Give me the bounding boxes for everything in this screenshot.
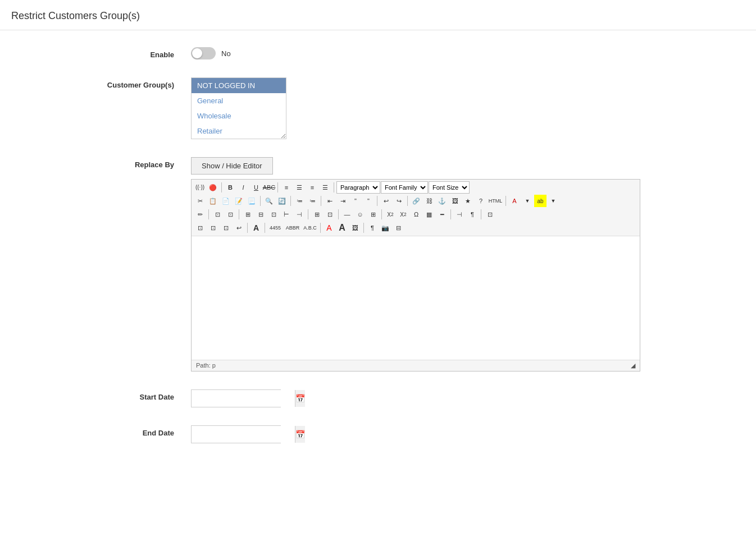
- toolbar-extras1[interactable]: ⊡: [194, 222, 206, 234]
- list-item[interactable]: Wholesale: [192, 108, 286, 123]
- toolbar-blockquote[interactable]: ": [349, 195, 362, 207]
- toolbar-paste[interactable]: 📄: [220, 195, 232, 207]
- toolbar-replace[interactable]: 🔄: [276, 195, 288, 207]
- enable-toggle[interactable]: [191, 47, 216, 59]
- toolbar-table3[interactable]: ⊞: [367, 208, 379, 221]
- toolbar-underline[interactable]: U: [250, 181, 262, 194]
- toolbar-italic[interactable]: I: [237, 181, 249, 194]
- toolbar-font-family-select[interactable]: Font Family: [381, 181, 428, 194]
- toolbar-ol[interactable]: ≔: [306, 195, 318, 207]
- toolbar-blockquote2[interactable]: ": [362, 195, 375, 207]
- toolbar-ul[interactable]: ≔: [293, 195, 306, 207]
- toolbar-sub[interactable]: X2: [384, 208, 397, 221]
- replace-by-label: Replace By: [22, 157, 191, 169]
- toolbar-align-center[interactable]: ☰: [293, 181, 306, 194]
- toolbar-tpl2[interactable]: ⊟: [254, 208, 267, 221]
- toolbar-highlight-arrow[interactable]: ▼: [547, 195, 559, 207]
- toolbar-line[interactable]: ━: [436, 208, 448, 221]
- customer-groups-row: Customer Group(s) NOT LOGGED IN General …: [22, 77, 734, 139]
- customer-groups-list[interactable]: NOT LOGGED IN General Wholesale Retailer: [191, 77, 286, 139]
- toolbar-html[interactable]: HTML: [488, 195, 503, 207]
- page-title: Restrict Customers Group(s): [0, 0, 756, 30]
- toolbar-cut[interactable]: ✂: [194, 195, 206, 207]
- toolbar-show-blocks[interactable]: ¶: [466, 208, 479, 221]
- list-item[interactable]: Retailer: [192, 123, 286, 139]
- toggle-knob: [192, 48, 202, 58]
- end-date-row: End Date 📅: [22, 425, 734, 443]
- end-date-calendar-btn[interactable]: 📅: [295, 426, 305, 443]
- toolbar-font-color[interactable]: A: [508, 195, 521, 207]
- toolbar-resize1[interactable]: ⊡: [211, 208, 224, 221]
- toolbar-resize2[interactable]: ⊡: [224, 208, 236, 221]
- toolbar-extras3[interactable]: ⊡: [220, 222, 232, 234]
- toolbar-separator: [481, 209, 481, 219]
- toolbar-align-justify[interactable]: ☰: [319, 181, 331, 194]
- toolbar-outdent[interactable]: ⇤: [324, 195, 336, 207]
- toolbar-table[interactable]: ⊞: [311, 208, 323, 221]
- toolbar-undo[interactable]: ↩: [380, 195, 392, 207]
- toolbar-bold[interactable]: B: [224, 181, 236, 194]
- editor-body[interactable]: [192, 236, 640, 360]
- toolbar-tpl4[interactable]: ⊢: [280, 208, 293, 221]
- toolbar-media[interactable]: ▦: [423, 208, 435, 221]
- toolbar-abbr[interactable]: ABBR: [284, 222, 302, 234]
- toolbar-maximize[interactable]: ⊡: [484, 208, 496, 221]
- toolbar-align-right[interactable]: ≡: [306, 181, 318, 194]
- toolbar-row-4: ⊡ ⊡ ⊡ ↩ A 4455 ABBR A.B.C A A 🖼: [194, 222, 637, 234]
- toolbar-row-3: ✏ ⊡ ⊡ ⊞ ⊟ ⊡ ⊢ ⊣ ⊞ ⊡ —: [194, 208, 637, 221]
- toolbar-redo[interactable]: ↪: [393, 195, 405, 207]
- editor-statusbar: Path: p ◢: [192, 360, 640, 371]
- toolbar-sup[interactable]: X2: [397, 208, 409, 221]
- toolbar-font-size-select[interactable]: Font Size 8pt 10pt 12pt 14pt: [429, 181, 470, 194]
- toolbar-unlink[interactable]: ⛓: [423, 195, 435, 207]
- toolbar-row-2: ✂ 📋 📄 📝 📃 🔍 🔄 ≔ ≔ ⇤ ⇥ ": [194, 195, 637, 207]
- toolbar-indent[interactable]: ⇥: [336, 195, 349, 207]
- toolbar-tpl1[interactable]: ⊞: [242, 208, 254, 221]
- toolbar-image2[interactable]: 🖼: [349, 222, 361, 234]
- toolbar-paragraph-select[interactable]: Paragraph Heading 1 Heading 2 Heading 3: [336, 181, 380, 194]
- toolbar-smiley[interactable]: ☺: [354, 208, 366, 221]
- toolbar-link[interactable]: 🔗: [410, 195, 422, 207]
- toolbar-frame[interactable]: ⊟: [392, 222, 404, 234]
- show-hide-editor-button[interactable]: Show / Hide Editor: [191, 157, 273, 175]
- start-date-calendar-btn[interactable]: 📅: [295, 390, 305, 407]
- toolbar-separator: [320, 223, 321, 233]
- editor-resize-handle[interactable]: ◢: [631, 362, 635, 369]
- toolbar-radio-btn[interactable]: ((·)): [194, 181, 206, 194]
- toolbar-para[interactable]: ¶: [366, 222, 379, 234]
- toolbar-hr[interactable]: —: [341, 208, 353, 221]
- toolbar-find[interactable]: 🔍: [263, 195, 275, 207]
- toolbar-strikethrough[interactable]: ABC: [263, 181, 275, 194]
- toolbar-font-size-up[interactable]: A: [250, 222, 262, 234]
- toolbar-table2[interactable]: ⊡: [324, 208, 336, 221]
- toolbar-flash[interactable]: ★: [462, 195, 474, 207]
- calendar-icon: 📅: [295, 430, 305, 439]
- toolbar-help[interactable]: ?: [475, 195, 487, 207]
- toolbar-anchor[interactable]: ⚓: [436, 195, 448, 207]
- toolbar-extras4[interactable]: ↩: [233, 222, 245, 234]
- toolbar-counter[interactable]: 4455: [267, 222, 283, 234]
- toolbar-copy[interactable]: 📋: [207, 195, 219, 207]
- toolbar-magic-btn[interactable]: 🔴: [207, 181, 219, 194]
- toolbar-special-chars[interactable]: Ω: [410, 208, 422, 221]
- toolbar-photo[interactable]: 📷: [379, 222, 391, 234]
- toolbar-align-left[interactable]: ≡: [280, 181, 293, 194]
- toolbar-abc[interactable]: A.B.C: [302, 222, 318, 234]
- toolbar-image[interactable]: 🖼: [449, 195, 461, 207]
- end-date-input[interactable]: [192, 426, 295, 443]
- toolbar-tpl5[interactable]: ⊣: [293, 208, 306, 221]
- list-item[interactable]: NOT LOGGED IN: [192, 78, 286, 93]
- list-item[interactable]: General: [192, 93, 286, 108]
- toolbar-tpl3[interactable]: ⊡: [267, 208, 280, 221]
- start-date-input[interactable]: [192, 390, 295, 407]
- toolbar-paste-text[interactable]: 📝: [233, 195, 245, 207]
- toolbar-separator: [505, 196, 506, 206]
- toolbar-edit[interactable]: ✏: [194, 208, 206, 221]
- toolbar-font-color-arrow[interactable]: ▼: [521, 195, 534, 207]
- toolbar-font-red[interactable]: A: [323, 222, 335, 234]
- toolbar-font-lg[interactable]: A: [336, 222, 348, 234]
- toolbar-highlight[interactable]: ab: [534, 195, 546, 207]
- toolbar-paste-word[interactable]: 📃: [245, 195, 258, 207]
- toolbar-extras2[interactable]: ⊡: [207, 222, 219, 234]
- toolbar-page-break[interactable]: ⊣: [453, 208, 466, 221]
